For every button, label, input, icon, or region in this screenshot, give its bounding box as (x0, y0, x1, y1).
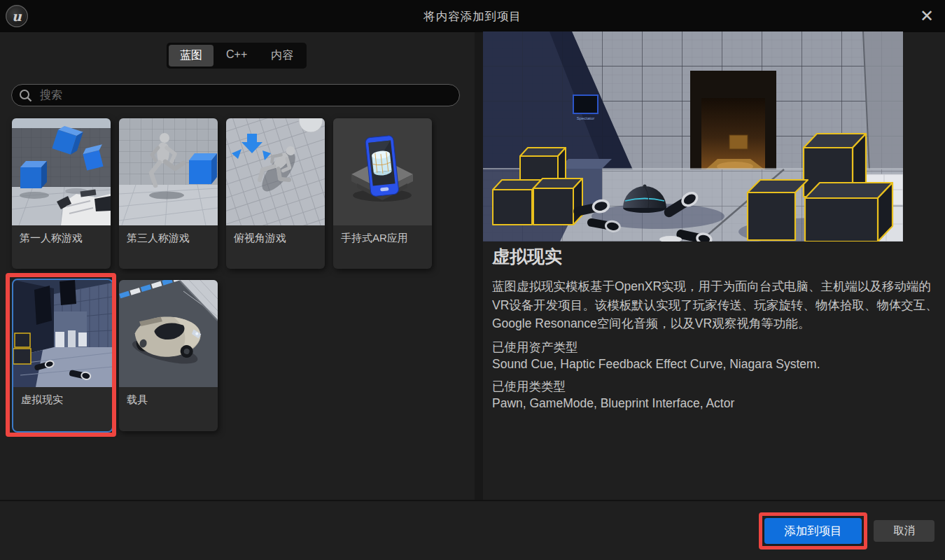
search-icon (19, 89, 32, 102)
footer-divider (0, 500, 945, 501)
template-card-label: 第三人称游戏 (119, 225, 218, 245)
search-input[interactable] (38, 88, 452, 102)
add-to-project-button[interactable]: 添加到项目 (764, 518, 862, 544)
spectator-screen-label: Spectator (577, 116, 595, 120)
template-card-label: 第一人称游戏 (12, 225, 111, 245)
template-card-label: 俯视角游戏 (226, 225, 325, 245)
title-bar: u 将内容添加到项目 ✕ (0, 0, 945, 32)
handheld-ar-thumbnail (333, 118, 432, 225)
column-divider (475, 32, 483, 500)
template-card-third-person[interactable]: 第三人称游戏 (119, 118, 218, 269)
dialog-title: 将内容添加到项目 (0, 0, 945, 32)
asset-types-heading: 已使用资产类型 (492, 340, 940, 356)
template-preview-image: Spectator (483, 31, 903, 241)
detail-description: 蓝图虚拟现实模板基于OpenXR实现，用于为面向台式电脑、主机端以及移动端的VR… (492, 277, 940, 333)
vehicle-thumbnail (119, 280, 218, 387)
cancel-button[interactable]: 取消 (874, 520, 934, 542)
top-down-thumbnail (226, 118, 325, 225)
detail-title: 虚拟现实 (492, 245, 940, 268)
class-types-value: Pawn, GameMode, Blueprint Interface, Act… (492, 395, 940, 412)
template-card-label: 手持式AR应用 (333, 225, 432, 245)
template-card-label: 载具 (119, 387, 218, 407)
template-card-virtual-reality[interactable]: 虚拟现实 (13, 280, 112, 431)
tab-blueprint[interactable]: 蓝图 (169, 45, 214, 66)
template-card-vehicle[interactable]: 载具 (119, 280, 218, 431)
search-bar (11, 84, 460, 106)
tab-cpp[interactable]: C++ (215, 45, 258, 66)
virtual-reality-thumbnail (13, 280, 112, 387)
template-details: 虚拟现实 蓝图虚拟现实模板基于OpenXR实现，用于为面向台式电脑、主机端以及移… (492, 245, 940, 412)
tab-content[interactable]: 内容 (260, 45, 304, 66)
third-person-thumbnail (119, 118, 218, 225)
template-card-handheld-ar[interactable]: 手持式AR应用 (333, 118, 432, 269)
class-types-heading: 已使用类类型 (492, 379, 940, 395)
template-card-top-down[interactable]: 俯视角游戏 (226, 118, 325, 269)
template-card-label: 虚拟现实 (13, 387, 112, 407)
close-icon[interactable]: ✕ (920, 2, 934, 30)
add-content-dialog: u 将内容添加到项目 ✕ 蓝图 C++ 内容 (0, 0, 945, 560)
first-person-thumbnail (12, 118, 111, 225)
template-card-first-person[interactable]: 第一人称游戏 (12, 118, 111, 269)
tab-group: 蓝图 C++ 内容 (167, 43, 307, 69)
asset-types-value: Sound Cue, Haptic Feedback Effect Curve,… (492, 356, 940, 372)
